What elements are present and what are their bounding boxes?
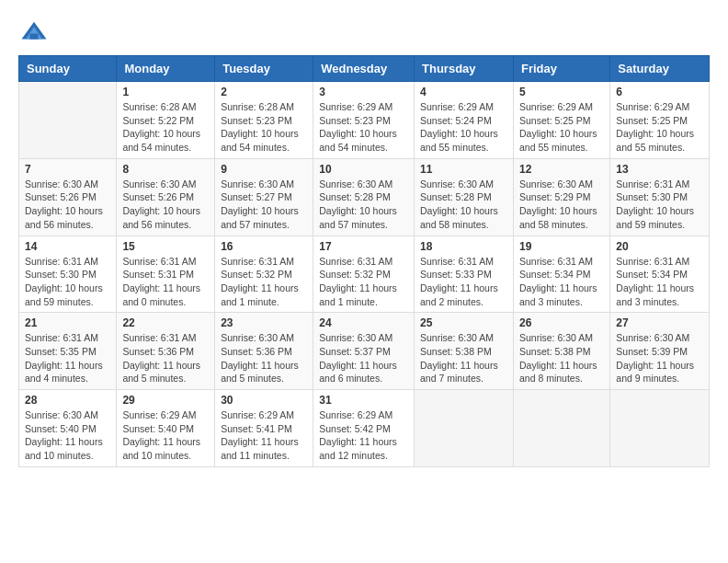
day-info: Sunrise: 6:30 AM Sunset: 5:27 PM Dayligh…	[221, 178, 307, 232]
calendar-cell: 29Sunrise: 6:29 AM Sunset: 5:40 PM Dayli…	[117, 390, 215, 467]
day-number: 1	[122, 86, 209, 98]
day-number: 31	[319, 394, 408, 407]
day-number: 5	[519, 86, 604, 98]
weekday-header: Wednesday	[313, 56, 415, 82]
svg-rect-2	[30, 34, 39, 40]
day-info: Sunrise: 6:30 AM Sunset: 5:37 PM Dayligh…	[319, 331, 408, 385]
day-info: Sunrise: 6:31 AM Sunset: 5:34 PM Dayligh…	[616, 255, 703, 309]
day-number: 8	[122, 163, 209, 176]
day-number: 6	[616, 86, 703, 98]
calendar-cell: 28Sunrise: 6:30 AM Sunset: 5:40 PM Dayli…	[19, 390, 117, 467]
day-number: 29	[122, 394, 209, 407]
day-number: 7	[25, 163, 110, 176]
day-info: Sunrise: 6:28 AM Sunset: 5:23 PM Dayligh…	[221, 100, 307, 155]
calendar-cell	[610, 390, 710, 467]
day-info: Sunrise: 6:31 AM Sunset: 5:33 PM Dayligh…	[420, 255, 507, 309]
day-number: 18	[420, 240, 507, 253]
calendar-week-row: 7Sunrise: 6:30 AM Sunset: 5:26 PM Daylig…	[19, 158, 710, 236]
calendar-cell: 30Sunrise: 6:29 AM Sunset: 5:41 PM Dayli…	[215, 390, 313, 467]
day-info: Sunrise: 6:31 AM Sunset: 5:31 PM Dayligh…	[122, 255, 209, 309]
day-info: Sunrise: 6:31 AM Sunset: 5:30 PM Dayligh…	[25, 255, 110, 309]
calendar-cell	[513, 390, 609, 467]
calendar-cell: 27Sunrise: 6:30 AM Sunset: 5:39 PM Dayli…	[610, 313, 710, 390]
calendar-cell: 16Sunrise: 6:31 AM Sunset: 5:32 PM Dayli…	[215, 236, 313, 313]
day-number: 11	[420, 163, 507, 176]
day-number: 23	[221, 316, 307, 329]
calendar-cell: 25Sunrise: 6:30 AM Sunset: 5:38 PM Dayli…	[415, 313, 514, 390]
weekday-header: Tuesday	[215, 56, 313, 82]
day-info: Sunrise: 6:31 AM Sunset: 5:30 PM Dayligh…	[616, 178, 703, 232]
weekday-header: Friday	[513, 56, 609, 82]
day-info: Sunrise: 6:30 AM Sunset: 5:36 PM Dayligh…	[221, 331, 307, 385]
calendar-table: SundayMondayTuesdayWednesdayThursdayFrid…	[18, 55, 710, 467]
calendar-cell: 12Sunrise: 6:30 AM Sunset: 5:29 PM Dayli…	[513, 158, 609, 236]
calendar-cell: 24Sunrise: 6:30 AM Sunset: 5:37 PM Dayli…	[313, 313, 415, 390]
day-info: Sunrise: 6:29 AM Sunset: 5:42 PM Dayligh…	[319, 408, 408, 463]
calendar-cell: 9Sunrise: 6:30 AM Sunset: 5:27 PM Daylig…	[215, 158, 313, 236]
day-info: Sunrise: 6:29 AM Sunset: 5:25 PM Dayligh…	[616, 100, 703, 155]
day-info: Sunrise: 6:30 AM Sunset: 5:39 PM Dayligh…	[616, 331, 703, 385]
calendar-cell: 1Sunrise: 6:28 AM Sunset: 5:22 PM Daylig…	[117, 82, 215, 159]
day-info: Sunrise: 6:31 AM Sunset: 5:32 PM Dayligh…	[221, 255, 307, 309]
day-info: Sunrise: 6:30 AM Sunset: 5:28 PM Dayligh…	[319, 178, 408, 232]
day-info: Sunrise: 6:29 AM Sunset: 5:24 PM Dayligh…	[420, 100, 507, 155]
day-number: 24	[319, 316, 408, 329]
calendar-cell: 14Sunrise: 6:31 AM Sunset: 5:30 PM Dayli…	[19, 236, 117, 313]
calendar-week-row: 1Sunrise: 6:28 AM Sunset: 5:22 PM Daylig…	[19, 82, 710, 159]
day-info: Sunrise: 6:30 AM Sunset: 5:28 PM Dayligh…	[420, 178, 507, 232]
logo-icon	[20, 18, 48, 46]
calendar-cell	[19, 82, 117, 159]
day-number: 9	[221, 163, 307, 176]
day-number: 17	[319, 240, 408, 253]
logo	[18, 18, 48, 46]
calendar-cell: 23Sunrise: 6:30 AM Sunset: 5:36 PM Dayli…	[215, 313, 313, 390]
weekday-header-row: SundayMondayTuesdayWednesdayThursdayFrid…	[19, 56, 710, 82]
day-info: Sunrise: 6:31 AM Sunset: 5:34 PM Dayligh…	[519, 255, 604, 309]
calendar-cell: 18Sunrise: 6:31 AM Sunset: 5:33 PM Dayli…	[415, 236, 514, 313]
calendar-cell: 8Sunrise: 6:30 AM Sunset: 5:26 PM Daylig…	[117, 158, 215, 236]
day-info: Sunrise: 6:30 AM Sunset: 5:38 PM Dayligh…	[519, 331, 604, 385]
day-info: Sunrise: 6:30 AM Sunset: 5:29 PM Dayligh…	[519, 178, 604, 232]
weekday-header: Monday	[117, 56, 215, 82]
day-info: Sunrise: 6:31 AM Sunset: 5:32 PM Dayligh…	[319, 255, 408, 309]
day-number: 30	[221, 394, 307, 407]
day-number: 22	[122, 316, 209, 329]
day-number: 28	[25, 394, 110, 407]
calendar-cell: 7Sunrise: 6:30 AM Sunset: 5:26 PM Daylig…	[19, 158, 117, 236]
day-info: Sunrise: 6:29 AM Sunset: 5:41 PM Dayligh…	[221, 408, 307, 463]
day-info: Sunrise: 6:30 AM Sunset: 5:26 PM Dayligh…	[25, 178, 110, 232]
calendar-cell: 17Sunrise: 6:31 AM Sunset: 5:32 PM Dayli…	[313, 236, 415, 313]
day-number: 19	[519, 240, 604, 253]
header	[18, 18, 710, 46]
day-info: Sunrise: 6:29 AM Sunset: 5:40 PM Dayligh…	[122, 408, 209, 463]
calendar-cell: 11Sunrise: 6:30 AM Sunset: 5:28 PM Dayli…	[415, 158, 514, 236]
day-number: 2	[221, 86, 307, 98]
day-number: 16	[221, 240, 307, 253]
day-number: 15	[122, 240, 209, 253]
day-number: 13	[616, 163, 703, 176]
calendar-cell: 2Sunrise: 6:28 AM Sunset: 5:23 PM Daylig…	[215, 82, 313, 159]
calendar-week-row: 14Sunrise: 6:31 AM Sunset: 5:30 PM Dayli…	[19, 236, 710, 313]
day-info: Sunrise: 6:31 AM Sunset: 5:36 PM Dayligh…	[122, 331, 209, 385]
day-number: 12	[519, 163, 604, 176]
calendar-cell	[415, 390, 514, 467]
calendar-cell: 22Sunrise: 6:31 AM Sunset: 5:36 PM Dayli…	[117, 313, 215, 390]
calendar-cell: 10Sunrise: 6:30 AM Sunset: 5:28 PM Dayli…	[313, 158, 415, 236]
weekday-header: Saturday	[610, 56, 710, 82]
calendar-cell: 5Sunrise: 6:29 AM Sunset: 5:25 PM Daylig…	[513, 82, 609, 159]
day-info: Sunrise: 6:30 AM Sunset: 5:40 PM Dayligh…	[25, 408, 110, 463]
calendar-cell: 15Sunrise: 6:31 AM Sunset: 5:31 PM Dayli…	[117, 236, 215, 313]
day-info: Sunrise: 6:29 AM Sunset: 5:25 PM Dayligh…	[519, 100, 604, 155]
day-number: 21	[25, 316, 110, 329]
day-info: Sunrise: 6:31 AM Sunset: 5:35 PM Dayligh…	[25, 331, 110, 385]
day-number: 27	[616, 316, 703, 329]
calendar-cell: 31Sunrise: 6:29 AM Sunset: 5:42 PM Dayli…	[313, 390, 415, 467]
calendar-cell: 13Sunrise: 6:31 AM Sunset: 5:30 PM Dayli…	[610, 158, 710, 236]
calendar-week-row: 28Sunrise: 6:30 AM Sunset: 5:40 PM Dayli…	[19, 390, 710, 467]
calendar-cell: 20Sunrise: 6:31 AM Sunset: 5:34 PM Dayli…	[610, 236, 710, 313]
day-number: 10	[319, 163, 408, 176]
calendar-cell: 21Sunrise: 6:31 AM Sunset: 5:35 PM Dayli…	[19, 313, 117, 390]
calendar-cell: 6Sunrise: 6:29 AM Sunset: 5:25 PM Daylig…	[610, 82, 710, 159]
day-number: 20	[616, 240, 703, 253]
day-number: 4	[420, 86, 507, 98]
